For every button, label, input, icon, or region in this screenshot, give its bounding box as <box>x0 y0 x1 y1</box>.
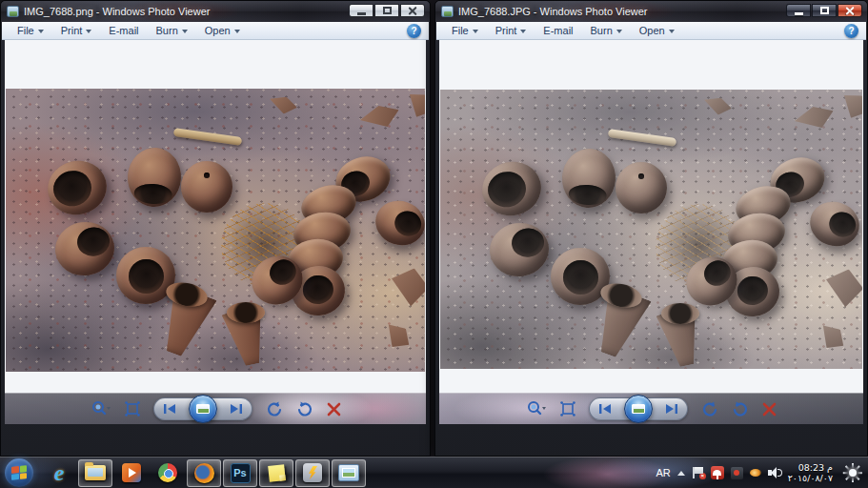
close-icon <box>408 6 417 15</box>
language-indicator[interactable]: AR <box>656 467 670 478</box>
taskbar-item-media-player[interactable] <box>114 459 149 487</box>
viewer-content-area <box>5 40 426 424</box>
menu-email[interactable]: E-mail <box>101 23 146 38</box>
photoshop-icon: Ps <box>230 462 251 483</box>
photo-viewer-app-icon <box>441 6 454 17</box>
menu-bar: File Print E-mail Burn Open ? <box>2 22 429 40</box>
maximize-icon <box>820 7 829 14</box>
delete-button[interactable] <box>327 402 341 417</box>
chevron-down-icon <box>234 30 240 33</box>
photo-canvas[interactable] <box>6 89 425 372</box>
delete-button[interactable] <box>762 402 777 417</box>
next-button[interactable] <box>664 403 679 415</box>
pot-rim <box>661 303 699 324</box>
taskbar-item-photo-viewer[interactable] <box>332 459 366 487</box>
menu-burn[interactable]: Burn <box>583 23 630 38</box>
viewer-control-bar <box>5 393 426 424</box>
restore-button[interactable] <box>374 4 399 17</box>
viewer-content-area <box>439 40 863 424</box>
chevron-down-icon <box>182 30 188 33</box>
close-button[interactable] <box>838 4 862 17</box>
brightness-sun-icon[interactable] <box>843 463 862 482</box>
window-title-bar[interactable]: IMG_7688.png - Windows Photo Viewer <box>1 1 430 22</box>
windows-logo-icon <box>11 465 27 480</box>
slideshow-icon <box>632 404 645 414</box>
start-button[interactable] <box>5 458 33 487</box>
help-button[interactable]: ? <box>407 24 421 38</box>
sticky-notes-icon <box>266 462 287 483</box>
chevron-down-icon <box>86 30 91 33</box>
rotate-counterclockwise-button[interactable] <box>701 401 718 417</box>
pot-rim <box>227 302 265 323</box>
clock-time: 08:23 م <box>788 462 833 473</box>
menu-open[interactable]: Open <box>197 23 248 38</box>
chevron-down-icon <box>473 30 478 33</box>
taskbar-item-internet-explorer[interactable]: e <box>42 459 76 487</box>
actual-size-button[interactable] <box>560 401 575 417</box>
system-tray: AR × 08:23 م ٢٠١٥/٠٨/٠٧ <box>656 462 868 483</box>
tray-app-icon[interactable] <box>731 467 743 479</box>
rotate-clockwise-button[interactable] <box>732 401 749 417</box>
menu-print[interactable]: Print <box>53 23 100 38</box>
minimize-button[interactable] <box>349 4 373 17</box>
play-slideshow-button[interactable] <box>624 395 653 423</box>
menu-email[interactable]: E-mail <box>535 23 580 38</box>
close-button[interactable] <box>400 4 425 17</box>
show-hidden-icons-chevron[interactable] <box>677 471 685 476</box>
taskbar: e Ps AR × 08:23 م ٢٠١٥/٠٨/٠٧ <box>0 457 868 488</box>
photo-canvas[interactable] <box>440 90 862 369</box>
window-title: IMG_7688.png - Windows Photo Viewer <box>24 6 210 17</box>
clay-pot <box>616 162 667 214</box>
taskbar-item-chrome[interactable] <box>151 459 185 487</box>
chevron-down-icon <box>616 30 622 33</box>
next-button[interactable] <box>229 403 244 415</box>
maximize-button[interactable] <box>812 4 837 17</box>
minimize-icon <box>795 12 803 15</box>
chrome-icon <box>157 462 178 483</box>
minimize-icon <box>357 12 366 15</box>
zoom-button[interactable] <box>91 400 111 417</box>
menu-file[interactable]: File <box>444 23 486 38</box>
clay-pot <box>181 161 232 213</box>
taskbar-clock[interactable]: 08:23 م ٢٠١٥/٠٨/٠٧ <box>788 462 833 483</box>
menu-print[interactable]: Print <box>488 23 535 38</box>
play-slideshow-button[interactable] <box>189 395 217 423</box>
slideshow-icon <box>196 404 210 414</box>
taskbar-item-sticky-notes[interactable] <box>259 459 293 487</box>
navigation-pill <box>153 397 252 420</box>
photo-viewer-window-png: IMG_7688.png - Windows Photo Viewer File… <box>0 0 431 457</box>
clock-date: ٢٠١٥/٠٨/٠٧ <box>788 473 833 483</box>
minimize-button[interactable] <box>786 4 811 17</box>
previous-button[interactable] <box>597 403 613 415</box>
help-button[interactable]: ? <box>844 24 858 38</box>
actual-size-button[interactable] <box>125 401 140 417</box>
firefox-icon <box>193 462 214 483</box>
photo-viewer-icon <box>338 462 359 483</box>
restore-icon <box>383 7 392 14</box>
taskbar-item-photoshop[interactable]: Ps <box>223 459 257 487</box>
rotate-counterclockwise-button[interactable] <box>266 401 283 417</box>
navigation-pill <box>589 397 688 420</box>
antivirus-tray-icon[interactable] <box>711 466 724 479</box>
chevron-down-icon <box>520 30 526 33</box>
rotate-clockwise-button[interactable] <box>296 401 313 417</box>
windows-explorer-icon <box>85 462 106 483</box>
close-icon <box>845 6 855 15</box>
chevron-down-icon <box>38 30 44 33</box>
taskbar-item-firefox[interactable] <box>187 459 221 487</box>
taskbar-item-windows-explorer[interactable] <box>78 459 112 487</box>
menu-open[interactable]: Open <box>632 23 682 38</box>
menu-burn[interactable]: Burn <box>149 23 195 38</box>
photo-viewer-window-jpg: IMG_7688.JPG - Windows Photo Viewer File… <box>434 0 868 457</box>
photo-viewer-app-icon <box>7 6 19 17</box>
zoom-button[interactable] <box>526 400 547 417</box>
taskbar-item-winamp[interactable] <box>295 459 330 487</box>
action-center-flag-icon[interactable]: × <box>692 467 704 478</box>
previous-button[interactable] <box>162 403 177 415</box>
volume-icon[interactable] <box>768 467 781 478</box>
menu-file[interactable]: File <box>10 23 51 38</box>
window-title-bar[interactable]: IMG_7688.JPG - Windows Photo Viewer <box>435 1 867 22</box>
chevron-down-icon <box>669 30 675 33</box>
tray-status-icon[interactable] <box>750 469 761 477</box>
media-player-icon <box>121 462 142 483</box>
